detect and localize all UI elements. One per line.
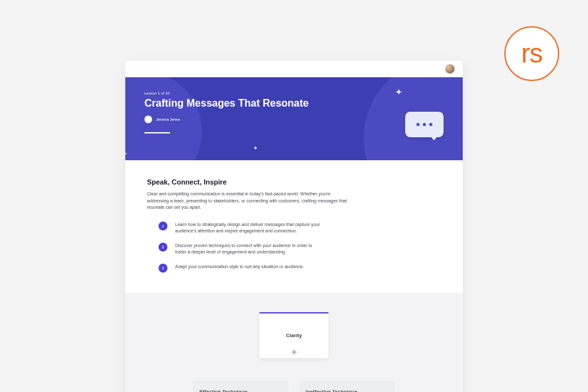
point-number: 1 bbox=[159, 222, 167, 230]
card-heading: Ineffective Technique bbox=[306, 389, 389, 393]
lesson-meta: Lesson 1 of 10 bbox=[144, 91, 444, 95]
hero-underline bbox=[144, 132, 170, 133]
brand-badge-text: rs bbox=[522, 38, 543, 69]
hero-banner: ✦ ✦ ✦ Lesson 1 of 10 Crafting Messages T… bbox=[125, 77, 463, 160]
author-avatar bbox=[144, 116, 152, 123]
author-name: Jessica Jenes bbox=[156, 117, 180, 121]
lesson-title: Crafting Messages That Resonate bbox=[144, 98, 444, 109]
list-item: 2 Discover proven techniques to connect … bbox=[147, 243, 441, 256]
clarity-card[interactable]: Clarity bbox=[259, 312, 329, 358]
section-heading: Speak, Connect, Inspire bbox=[147, 178, 441, 186]
point-number: 2 bbox=[159, 243, 167, 252]
point-number: 3 bbox=[159, 264, 167, 273]
svg-point-0 bbox=[293, 351, 295, 352]
course-window: ✦ ✦ ✦ Lesson 1 of 10 Crafting Messages T… bbox=[125, 61, 463, 392]
window-topbar bbox=[125, 61, 463, 77]
effective-technique-card[interactable]: Effective Technique bbox=[193, 381, 289, 393]
page-canvas: rs ✦ ✦ ✦ Lesson 1 of 10 Crafting Message… bbox=[10, 10, 578, 392]
list-item: 3 Adapt your communication style to suit… bbox=[147, 264, 441, 273]
lesson-body: Speak, Connect, Inspire Clear and compel… bbox=[125, 160, 463, 293]
user-avatar[interactable] bbox=[445, 64, 455, 74]
sparkle-icon: ✦ bbox=[253, 146, 258, 151]
clarity-card-label: Clarity bbox=[286, 333, 302, 338]
card-heading: Effective Technique bbox=[199, 389, 282, 393]
ineffective-technique-card[interactable]: Ineffective Technique bbox=[299, 381, 395, 393]
point-text: Adapt your communication style to suit a… bbox=[175, 264, 304, 271]
interactive-card-area: Clarity Effective Technique Ineffective … bbox=[125, 293, 463, 393]
technique-columns: Effective Technique Ineffective Techniqu… bbox=[147, 381, 441, 393]
point-text: Learn how to strategically design and de… bbox=[175, 222, 322, 235]
list-item: 1 Learn how to strategically design and … bbox=[147, 222, 441, 235]
brand-badge: rs bbox=[504, 26, 559, 81]
author-row: Jessica Jenes bbox=[144, 116, 444, 123]
point-text: Discover proven techniques to connect wi… bbox=[175, 243, 322, 256]
sparkle-icon: ✦ bbox=[125, 150, 128, 158]
points-list: 1 Learn how to strategically design and … bbox=[147, 222, 441, 273]
section-intro: Clear and compelling communication is es… bbox=[147, 191, 352, 211]
cursor-icon bbox=[291, 349, 297, 356]
